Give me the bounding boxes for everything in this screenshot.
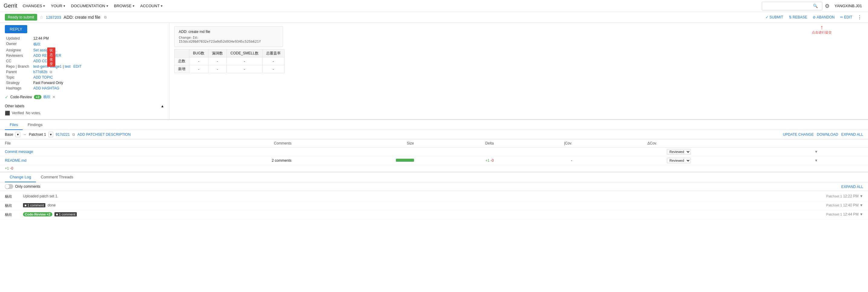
base-select[interactable]: ▾ (16, 132, 20, 137)
search-input[interactable] (765, 4, 813, 8)
star-icon[interactable]: ☆ (40, 15, 43, 20)
total-delta-add: +1 (5, 166, 9, 170)
meta-owner-row: Owner 杨欣 (5, 41, 164, 47)
code-review-delete-icon[interactable]: ✕ (52, 95, 55, 99)
log-tabs: Change Log Comment Threads (0, 172, 868, 182)
log-patchset-2: Patchset 1 (826, 213, 842, 216)
nav-browse[interactable]: BROWSE ▾ (111, 0, 137, 12)
log-user-2[interactable]: 杨欣 (5, 212, 23, 217)
log-time-expand-1[interactable]: ▼ (860, 203, 863, 207)
download-button[interactable]: DOWNLOAD (817, 132, 838, 137)
only-comments-toggle-container: Only comments (5, 184, 40, 189)
brand[interactable]: Gerrit (4, 3, 17, 9)
file-subfooter: +1 -0 (0, 165, 868, 172)
code-review-vote-user[interactable]: 杨欣 (43, 94, 51, 99)
log-time-expand-0[interactable]: ▼ (860, 194, 863, 198)
patchset-hash-link[interactable]: 917d221 (56, 132, 70, 137)
tab-change-log[interactable]: Change Log (5, 172, 36, 182)
repo-link[interactable]: test-gerrit-usage1 (33, 64, 62, 69)
code-review-check-icon: ✓ (5, 95, 8, 99)
readme-delta-remove: -0 (491, 158, 494, 163)
add-patchset-description-button[interactable]: ADD PATCHSET DESCRIPTION (78, 132, 131, 137)
submit-check-icon: ✓ (766, 15, 769, 19)
quality-table-header-row: BUG数 漏洞数 CODE_SMELL数 总覆盖率 (175, 50, 285, 58)
parent-link[interactable]: b77d82b (33, 70, 48, 74)
log-entry-1: 杨欣 ■ 1 comment done Patchset 1 12:40 PM … (0, 201, 868, 210)
readme-delta-add: +1 (486, 158, 490, 163)
patchset-select[interactable]: ▾ (49, 132, 53, 137)
code-review-badge-2: Code-Review +2 (23, 212, 52, 217)
log-user-0[interactable]: 杨欣 (5, 194, 23, 199)
nav-account[interactable]: ACCOUNT ▾ (137, 0, 165, 12)
patchset-copy-icon[interactable]: ⧉ (72, 132, 75, 137)
code-review-label-name: Code-Review (10, 95, 32, 99)
edit-button[interactable]: ✏ EDIT (838, 14, 854, 20)
base-label: Base (5, 132, 13, 137)
file-table: File Comments Size Delta |Cov. ΔCov. Com… (0, 139, 868, 165)
submit-button[interactable]: ✓ SUBMIT (764, 14, 785, 20)
readme-file-link[interactable]: README.md (5, 158, 26, 163)
files-toolbar: Base ▾ → Patchset 1 ▾ 917d221 ⧉ ADD PATC… (0, 130, 868, 139)
add-cc-button[interactable]: ADD CC (33, 59, 47, 63)
settings-icon[interactable]: ⚙ (822, 3, 832, 9)
set-assignee-link[interactable]: Set assignee... (33, 48, 57, 52)
nav-your[interactable]: YOUR ▾ (48, 0, 68, 12)
commit-expand-icon[interactable]: ▼ (814, 150, 818, 154)
comment-badge-icon-1: ■ (25, 203, 27, 207)
collapse-other-labels-icon[interactable]: ▲ (161, 104, 164, 108)
readme-expand-icon[interactable]: ▼ (814, 158, 818, 163)
more-actions-button[interactable]: ⋮ (856, 14, 863, 20)
parent-copy-icon[interactable]: ⧉ (50, 70, 52, 74)
quality-table: BUG数 漏洞数 CODE_SMELL数 总覆盖率 总数 - - - - (174, 49, 285, 73)
log-right-1: Patchset 1 12:40 PM ▼ (826, 203, 863, 207)
nav-documentation[interactable]: DOCUMENTATION ▾ (68, 0, 111, 12)
other-labels-section: Other labels ▲ ⬛ Verified No votes. (5, 103, 164, 117)
quality-row-new: 新增 - - - - (175, 65, 285, 73)
edit-repo-button[interactable]: EDIT (73, 64, 82, 69)
update-change-button[interactable]: UPDATE CHANGE (783, 132, 813, 137)
change-title: ADD: create md file (63, 15, 100, 20)
ready-to-submit-button[interactable]: Ready to submit (5, 14, 37, 21)
only-comments-toggle[interactable] (5, 184, 13, 189)
copy-title-icon[interactable]: ⧉ (104, 15, 107, 19)
commit-reviewed-select[interactable]: Reviewed (667, 149, 691, 155)
code-review-vote-badge: +2 (34, 95, 41, 99)
add-reviewer-button[interactable]: ADD REVIEWER (33, 54, 61, 58)
tab-files[interactable]: Files (5, 120, 23, 130)
change-number[interactable]: 1287203 (46, 15, 61, 20)
expand-all-files-button[interactable]: EXPAND ALL (841, 132, 863, 137)
files-tabs: Files Findings (0, 120, 868, 130)
verified-label: Verified (12, 111, 24, 115)
log-section: Change Log Comment Threads Only comments… (0, 172, 868, 221)
meta-parent-row: Parent b77d82b ⧉ (5, 69, 164, 75)
branch-link[interactable]: test (65, 64, 70, 69)
user-label[interactable]: YANGXINB.J01 (832, 4, 864, 8)
tab-findings[interactable]: Findings (23, 120, 47, 130)
edit-icon: ✏ (840, 15, 843, 19)
readme-reviewed-select[interactable]: Reviewed (667, 158, 691, 163)
browse-chevron: ▾ (133, 4, 134, 7)
commit-message-link[interactable]: Commit message (5, 150, 33, 154)
quality-row-total: 总数 - - - - (175, 58, 285, 65)
log-time-expand-2[interactable]: ▼ (860, 212, 863, 217)
rebase-button[interactable]: ⇅ REBASE (787, 14, 809, 20)
commit-message-body: Change-Id: I53dcd20b07832ef23a9d52d934e9… (179, 36, 279, 43)
log-patchset-1: Patchset 1 (826, 203, 842, 207)
reply-button[interactable]: REPLY (5, 25, 27, 33)
add-hashtag-button[interactable]: ADD HASHTAG (33, 86, 59, 90)
verified-no-votes: No votes. (26, 111, 41, 115)
commit-message-box: ADD: create md file Change-Id: I53dcd20b… (174, 26, 283, 47)
owner-link[interactable]: 杨欣 (33, 42, 40, 46)
meta-topic-row: Topic ADD TOPIC (5, 75, 164, 80)
tab-comment-threads[interactable]: Comment Threads (36, 172, 78, 182)
other-labels-content: ⬛ Verified No votes. (5, 109, 164, 117)
readme-size-bar (396, 159, 414, 162)
add-topic-button[interactable]: ADD TOPIC (33, 75, 53, 79)
abandon-button[interactable]: ⊘ ABANDON (811, 14, 836, 20)
expand-all-log-button[interactable]: EXPAND ALL (841, 185, 863, 189)
nav-changes[interactable]: CHANGES ▾ (20, 0, 48, 12)
readme-comments: 2 comments (272, 158, 291, 163)
labels-section: ✓ Code-Review +2 杨欣 ✕ (5, 93, 164, 100)
log-user-1[interactable]: 杨欣 (5, 203, 23, 208)
meta-updated-row: Updated 12:44 PM (5, 36, 164, 41)
